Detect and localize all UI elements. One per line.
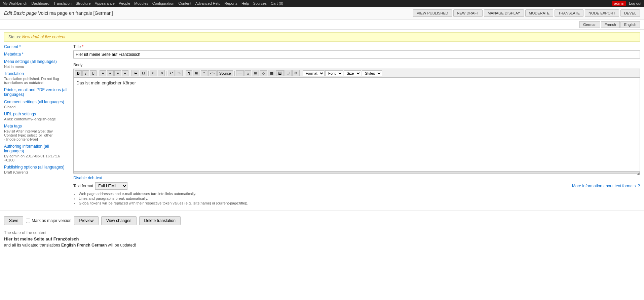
header-buttons: VIEW PUBLISHED NEW DRAFT MANAGE DISPLAY … bbox=[413, 9, 640, 17]
logout-link[interactable]: Log out bbox=[629, 1, 641, 5]
text-format-label: Text format bbox=[73, 184, 93, 188]
toolbar-align-right[interactable]: ≡ bbox=[114, 70, 121, 76]
sidebar-publishing-link[interactable]: Publishing options (all languages) bbox=[4, 165, 68, 170]
toolbar-settings[interactable]: ⚙ bbox=[292, 70, 300, 76]
sidebar-authoring-link[interactable]: Authoring information (all languages) bbox=[4, 144, 68, 153]
disable-richtext-link[interactable]: Disable rich-text bbox=[73, 176, 640, 180]
toolbar-sep6 bbox=[234, 71, 235, 76]
toolbar-image[interactable]: 🖼 bbox=[276, 70, 284, 76]
save-button[interactable]: Save bbox=[4, 216, 23, 225]
nav-dashboard[interactable]: Dashboard bbox=[31, 1, 49, 5]
lang-tab-french[interactable]: French bbox=[601, 21, 620, 28]
toolbar-bold[interactable]: B bbox=[75, 70, 82, 76]
node-export-btn[interactable]: NODE EXPORT bbox=[585, 9, 619, 17]
new-draft-btn[interactable]: NEW DRAFT bbox=[453, 9, 483, 17]
sidebar-content-link[interactable]: Content * bbox=[4, 44, 68, 49]
nav-translation[interactable]: Translation bbox=[53, 1, 72, 5]
nav-appearance[interactable]: Appearance bbox=[95, 1, 115, 5]
manage-display-btn[interactable]: MANAGE DISPLAY bbox=[484, 9, 524, 17]
toolbar-sep7 bbox=[301, 71, 301, 76]
sidebar-comment-link[interactable]: Comment settings (all languages) bbox=[4, 100, 68, 104]
toolbar-source[interactable]: Source bbox=[217, 70, 233, 76]
toolbar-emoji[interactable]: ☺ bbox=[260, 70, 267, 76]
toolbar-table[interactable]: ⊞ bbox=[193, 70, 200, 76]
view-changes-button[interactable]: View changes bbox=[101, 216, 137, 225]
state-title: The state of the content bbox=[4, 230, 640, 235]
sidebar-url-link[interactable]: URL path settings bbox=[4, 112, 68, 116]
toolbar-list-ul[interactable]: ≔ bbox=[131, 70, 139, 76]
sidebar-menu-link[interactable]: Menu settings (all languages) bbox=[4, 59, 68, 64]
toolbar-blockquote[interactable]: " bbox=[201, 70, 207, 76]
sidebar-printer-link[interactable]: Printer, email and PDF versions (all lan… bbox=[4, 87, 68, 97]
font-select[interactable]: Font bbox=[325, 70, 343, 76]
editor-body[interactable]: Das ist mein englischer Körper bbox=[73, 77, 640, 172]
title-input[interactable] bbox=[73, 50, 640, 59]
toolbar-underline[interactable]: U bbox=[90, 70, 97, 76]
top-nav-right: admin Log out bbox=[612, 1, 641, 6]
styles-select[interactable]: Styles bbox=[362, 70, 382, 76]
toolbar-paragraph[interactable]: ¶ bbox=[186, 70, 192, 76]
nav-structure[interactable]: Structure bbox=[76, 1, 91, 5]
major-version-checkbox[interactable] bbox=[26, 219, 30, 223]
format-hint-3: Global tokens will be replaced with thei… bbox=[79, 201, 640, 205]
state-section: The state of the content Hier ist meine … bbox=[0, 228, 644, 250]
toolbar-undo[interactable]: ↩ bbox=[168, 70, 175, 76]
translate-btn[interactable]: TRANSLATE bbox=[555, 9, 583, 17]
nav-people[interactable]: People bbox=[119, 1, 130, 5]
nav-reports[interactable]: Reports bbox=[224, 1, 237, 5]
nav-help[interactable]: Help bbox=[241, 1, 249, 5]
sidebar-metadata-link[interactable]: Metadata * bbox=[4, 52, 68, 57]
view-published-btn[interactable]: VIEW PUBLISHED bbox=[413, 9, 452, 17]
lang-tab-english[interactable]: English bbox=[620, 21, 640, 28]
editor-toolbar: B I U ≡ ≡ ≡ ≡ ≔ ⊟ ⇤ ⇥ ↩ ↪ ¶ ⊞ " <> Sourc… bbox=[73, 69, 640, 77]
toolbar-sep2 bbox=[130, 71, 130, 76]
size-select[interactable]: Size bbox=[344, 70, 361, 76]
toolbar-align-justify[interactable]: ≡ bbox=[122, 70, 128, 76]
toolbar-hr[interactable]: — bbox=[236, 70, 244, 76]
nav-advanced-help[interactable]: Advanced Help bbox=[195, 1, 221, 5]
help-icon[interactable]: ? bbox=[638, 184, 640, 188]
format-hints: Web page addresses and e-mail addresses … bbox=[73, 192, 640, 205]
text-format-select[interactable]: Full HTML Basic HTML Plain text bbox=[95, 182, 127, 190]
nav-sources[interactable]: Sources bbox=[253, 1, 267, 5]
toolbar-italic[interactable]: I bbox=[82, 70, 89, 76]
sidebar-translation-link[interactable]: Translation bbox=[4, 71, 68, 76]
delete-translation-button[interactable]: Delete translation bbox=[139, 216, 181, 225]
major-version-text: Mark as major version bbox=[32, 218, 71, 223]
toolbar-grid[interactable]: ⊞ bbox=[252, 70, 259, 76]
nav-content[interactable]: Content bbox=[178, 1, 191, 5]
moderate-btn[interactable]: MODERATE bbox=[525, 9, 554, 17]
state-desc-prefix: and all its validated translations bbox=[4, 243, 61, 248]
more-info-link[interactable]: More information about text formats bbox=[572, 184, 636, 188]
admin-badge: admin bbox=[612, 1, 626, 6]
toolbar-redo[interactable]: ↪ bbox=[176, 70, 183, 76]
status-prefix: Status: bbox=[8, 35, 21, 39]
editor-body-text: Das ist mein englischer Körper bbox=[76, 80, 136, 85]
toolbar-sep1 bbox=[98, 71, 98, 76]
nav-cart[interactable]: Cart (0) bbox=[271, 1, 283, 5]
major-version-label[interactable]: Mark as major version bbox=[26, 218, 71, 223]
toolbar-link[interactable]: ⌂ bbox=[244, 70, 251, 76]
preview-button[interactable]: Preview bbox=[74, 216, 99, 225]
sidebar-section-metatags: Meta tags Revisit After interval type: d… bbox=[4, 124, 68, 141]
sidebar-section-translation: Translation Translation published. Do no… bbox=[4, 71, 68, 85]
toolbar-outdent[interactable]: ⇤ bbox=[150, 70, 157, 76]
toolbar-special[interactable]: ▦ bbox=[268, 70, 275, 76]
nav-configuration[interactable]: Configuration bbox=[152, 1, 174, 5]
editor-resize-handle[interactable]: ◢ bbox=[73, 172, 640, 174]
format-select[interactable]: Format bbox=[303, 70, 325, 76]
sidebar-section-menu: Menu settings (all languages) Not in men… bbox=[4, 59, 68, 69]
nav-modules[interactable]: Modules bbox=[134, 1, 148, 5]
toolbar-align-left[interactable]: ≡ bbox=[100, 70, 106, 76]
toolbar-anchor[interactable]: ⊡ bbox=[285, 70, 292, 76]
lang-tab-german[interactable]: German bbox=[579, 21, 600, 28]
devel-btn[interactable]: DEVEL bbox=[620, 9, 640, 17]
toolbar-indent[interactable]: ⇥ bbox=[158, 70, 165, 76]
toolbar-code[interactable]: <> bbox=[208, 70, 217, 76]
toolbar-list-ol[interactable]: ⊟ bbox=[140, 70, 147, 76]
toolbar-align-center[interactable]: ≡ bbox=[107, 70, 114, 76]
state-languages: English French German bbox=[61, 243, 107, 248]
top-nav: My Workbench Dashboard Translation Struc… bbox=[0, 0, 644, 7]
nav-myworkbench[interactable]: My Workbench bbox=[3, 1, 27, 5]
sidebar-metatags-link[interactable]: Meta tags bbox=[4, 124, 68, 128]
